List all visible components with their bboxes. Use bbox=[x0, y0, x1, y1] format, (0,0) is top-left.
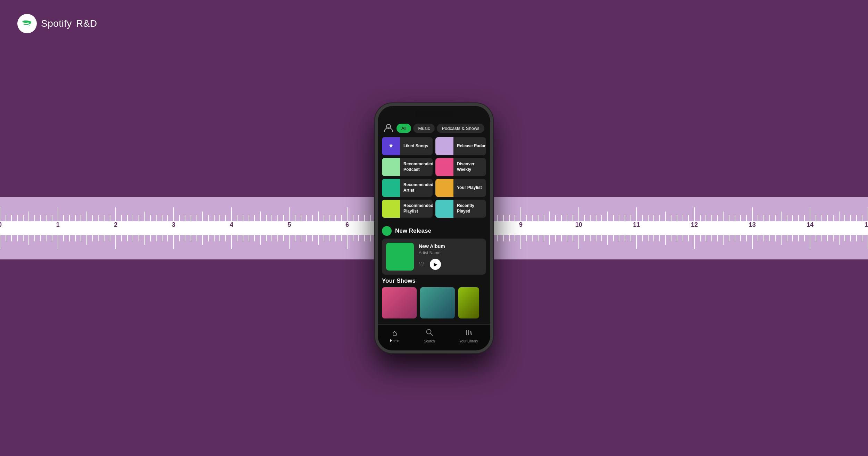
tab-podcasts[interactable]: Podcasts & Shows bbox=[437, 124, 484, 133]
ruler-number-6: 6 bbox=[345, 221, 349, 229]
user-avatar-icon[interactable] bbox=[383, 123, 394, 134]
ruler-number-15: 15 bbox=[865, 221, 868, 229]
svg-point-6 bbox=[404, 249, 407, 251]
nav-library[interactable]: Your Library bbox=[459, 329, 478, 343]
album-card[interactable]: New Album Artist Name ♡ ▶ bbox=[382, 239, 486, 275]
volume-up-button[interactable] bbox=[375, 151, 376, 161]
tab-music[interactable]: Music bbox=[413, 124, 435, 133]
grid-item-6[interactable]: Recommended Playlist bbox=[382, 200, 433, 218]
ruler-number-14: 14 bbox=[807, 221, 813, 229]
new-release-title: New Release bbox=[395, 227, 431, 234]
grid-item-label-3: Discover Weekly bbox=[457, 161, 486, 172]
ruler-number-3: 3 bbox=[172, 221, 175, 229]
filter-tabs: All Music Podcasts & Shows Audiobo bbox=[397, 124, 485, 133]
ruler-number-11: 11 bbox=[633, 221, 640, 229]
grid-item-label-2: Recommended Podcast bbox=[403, 161, 433, 172]
new-release-dot bbox=[382, 226, 392, 236]
phone-screen: All Music Podcasts & Shows Audiobo ♥Like… bbox=[378, 106, 490, 350]
logo-area: Spotify R&D bbox=[17, 14, 97, 33]
shows-grid bbox=[382, 287, 486, 318]
bottom-nav: ⌂ Home Search bbox=[378, 324, 490, 350]
ruler-number-0: 0 bbox=[0, 221, 2, 229]
spotify-logo-icon bbox=[17, 14, 37, 33]
show-card-3[interactable] bbox=[458, 287, 479, 318]
ruler-number-13: 13 bbox=[749, 221, 756, 229]
album-artist: Artist Name bbox=[419, 250, 482, 255]
ruler-number-10: 10 bbox=[575, 221, 582, 229]
grid-item-5[interactable]: Your Playlist bbox=[435, 179, 486, 197]
grid-item-7[interactable]: Recently Played bbox=[435, 200, 486, 218]
grid-item-2[interactable]: Recommended Podcast bbox=[382, 158, 433, 176]
tab-all[interactable]: All bbox=[397, 124, 411, 133]
svg-rect-9 bbox=[466, 330, 467, 335]
ruler-number-1: 1 bbox=[56, 221, 60, 229]
brand-name: Spotify bbox=[41, 18, 72, 29]
album-art bbox=[386, 243, 414, 271]
grid-item-label-4: Recommended Artist bbox=[403, 182, 433, 193]
library-label: Your Library bbox=[459, 339, 478, 343]
ruler-number-5: 5 bbox=[287, 221, 291, 229]
new-release-header: New Release bbox=[378, 223, 490, 239]
ruler-number-12: 12 bbox=[691, 221, 698, 229]
svg-rect-11 bbox=[470, 331, 472, 335]
library-icon bbox=[465, 329, 473, 338]
svg-rect-10 bbox=[468, 330, 469, 335]
search-label: Search bbox=[424, 339, 435, 343]
svg-point-4 bbox=[399, 255, 401, 258]
your-shows-title: Your Shows bbox=[382, 277, 416, 284]
dynamic-island bbox=[415, 109, 453, 118]
home-icon: ⌂ bbox=[392, 329, 397, 338]
album-title: New Album bbox=[419, 243, 482, 249]
show-card-2[interactable] bbox=[420, 287, 455, 318]
home-label: Home bbox=[390, 339, 399, 343]
top-bar: All Music Podcasts & Shows Audiobo bbox=[378, 118, 490, 137]
grid-item-label-5: Your Playlist bbox=[457, 185, 482, 191]
grid-item-4[interactable]: Recommended Artist bbox=[382, 179, 433, 197]
ruler-number-9: 9 bbox=[519, 221, 523, 229]
your-shows-section: Your Shows bbox=[378, 277, 490, 318]
nav-home[interactable]: ⌂ Home bbox=[390, 329, 399, 343]
svg-line-8 bbox=[431, 333, 433, 335]
like-button[interactable]: ♡ bbox=[419, 260, 424, 268]
svg-point-0 bbox=[17, 14, 37, 33]
grid-item-0[interactable]: ♥Liked Songs bbox=[382, 137, 433, 155]
search-icon bbox=[426, 329, 433, 338]
silent-switch[interactable] bbox=[375, 188, 376, 205]
phone-mockup: All Music Podcasts & Shows Audiobo ♥Like… bbox=[375, 103, 493, 353]
phone-body: All Music Podcasts & Shows Audiobo ♥Like… bbox=[375, 103, 493, 353]
grid-item-label-7: Recently Played bbox=[457, 203, 486, 214]
quick-access-grid: ♥Liked SongsRelease RadarRecommended Pod… bbox=[378, 137, 490, 218]
grid-item-label-6: Recommended Playlist bbox=[403, 203, 433, 214]
play-button[interactable]: ▶ bbox=[430, 259, 441, 270]
power-button[interactable] bbox=[492, 165, 493, 189]
album-info: New Album Artist Name ♡ ▶ bbox=[419, 243, 482, 270]
grid-item-label-1: Release Radar bbox=[457, 143, 486, 149]
nav-search[interactable]: Search bbox=[424, 329, 435, 343]
volume-down-button[interactable] bbox=[375, 167, 376, 184]
show-card-1[interactable] bbox=[382, 287, 417, 318]
ruler-number-4: 4 bbox=[230, 221, 233, 229]
grid-item-1[interactable]: Release Radar bbox=[435, 137, 486, 155]
brand-suffix: R&D bbox=[76, 18, 97, 29]
grid-item-3[interactable]: Discover Weekly bbox=[435, 158, 486, 176]
album-actions: ♡ ▶ bbox=[419, 259, 482, 270]
grid-item-label-0: Liked Songs bbox=[403, 143, 428, 149]
ruler-number-2: 2 bbox=[114, 221, 117, 229]
